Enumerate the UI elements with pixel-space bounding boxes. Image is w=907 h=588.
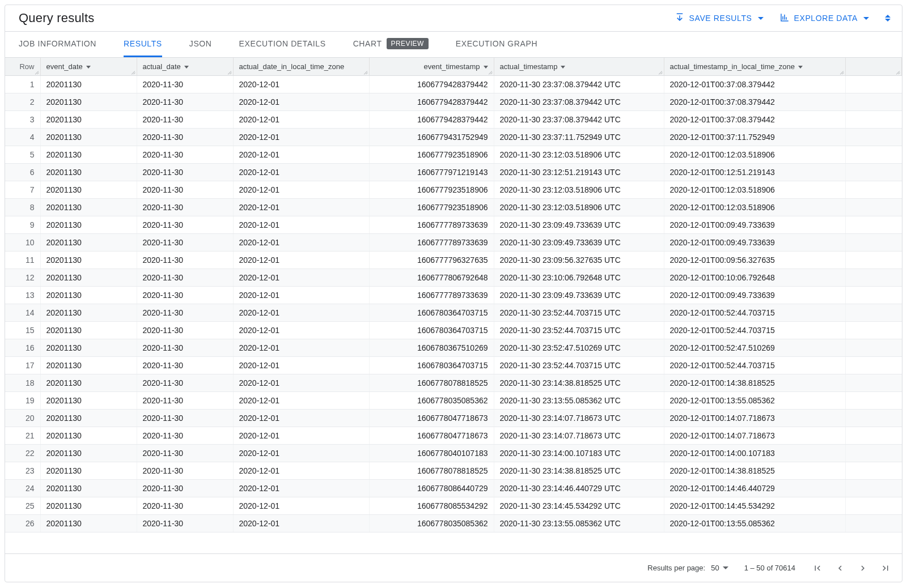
pagination-footer: Results per page: 50 1 – 50 of 70614 [5, 553, 902, 582]
cell-actual-timestamp-local: 2020-12-01T00:14:07.718673 [664, 410, 845, 427]
preview-badge: PREVIEW [387, 38, 429, 49]
cell-spacer [845, 93, 902, 111]
tab-execution-details[interactable]: EXECUTION DETAILS [239, 32, 326, 57]
col-header-event-date[interactable]: event_date [40, 58, 137, 76]
table-row[interactable]: 10202011302020-11-302020-12-011606777789… [5, 234, 902, 252]
last-page-button[interactable] [879, 562, 892, 574]
cell-row-number: 6 [5, 164, 40, 181]
table-row[interactable]: 21202011302020-11-302020-12-011606778047… [5, 427, 902, 445]
cell-event-date: 20201130 [40, 93, 137, 111]
cell-event-timestamp: 1606777789733639 [369, 216, 494, 234]
results-per-page-select[interactable]: 50 [711, 564, 728, 572]
tab-json[interactable]: JSON [189, 32, 212, 57]
cell-event-date: 20201130 [40, 357, 137, 374]
table-row[interactable]: 24202011302020-11-302020-12-011606778086… [5, 480, 902, 497]
resize-handle-icon[interactable] [362, 69, 368, 74]
cell-event-timestamp: 1606778047718673 [369, 410, 494, 427]
table-row[interactable]: 8202011302020-11-302020-12-0116067779235… [5, 199, 902, 216]
cell-event-timestamp: 1606777923518906 [369, 199, 494, 216]
first-page-button[interactable] [811, 562, 824, 574]
table-row[interactable]: 11202011302020-11-302020-12-011606777796… [5, 252, 902, 269]
col-header-row[interactable]: Row [5, 58, 40, 76]
col-header-spacer [845, 58, 902, 76]
tab-results[interactable]: RESULTS [124, 32, 162, 57]
caret-down-icon [184, 66, 189, 69]
resize-handle-icon[interactable] [838, 69, 844, 74]
panel-header: Query results SAVE RESULTS EXPLORE DATA [5, 5, 902, 32]
cell-actual-date: 2020-11-30 [137, 76, 233, 93]
resize-handle-icon[interactable] [130, 69, 135, 74]
col-header-actual-timestamp-local[interactable]: actual_timestamp_in_local_time_zone [664, 58, 845, 76]
table-row[interactable]: 5202011302020-11-302020-12-0116067779235… [5, 146, 902, 164]
cell-actual-date: 2020-11-30 [137, 480, 233, 497]
cell-row-number: 24 [5, 480, 40, 497]
table-row[interactable]: 1202011302020-11-302020-12-0116067794283… [5, 76, 902, 93]
prev-page-button[interactable] [834, 562, 846, 574]
cell-actual-date: 2020-11-30 [137, 410, 233, 427]
cell-actual-timestamp-local: 2020-12-01T00:09:49.733639 [664, 234, 845, 252]
cell-actual-date: 2020-11-30 [137, 146, 233, 164]
table-row[interactable]: 19202011302020-11-302020-12-011606778035… [5, 392, 902, 410]
col-label: event_date [46, 62, 83, 71]
cell-actual-timestamp-local: 2020-12-01T00:52:44.703715 [664, 357, 845, 374]
table-row[interactable]: 16202011302020-11-302020-12-011606780367… [5, 339, 902, 357]
cell-actual-date-local: 2020-12-01 [233, 164, 369, 181]
table-row[interactable]: 12202011302020-11-302020-12-011606777806… [5, 269, 902, 287]
table-row[interactable]: 26202011302020-11-302020-12-011606778035… [5, 515, 902, 532]
tab-execution-graph[interactable]: EXECUTION GRAPH [456, 32, 537, 57]
cell-event-date: 20201130 [40, 480, 137, 497]
cell-actual-timestamp-local: 2020-12-01T00:09:56.327635 [664, 252, 845, 269]
resize-handle-icon[interactable] [895, 69, 900, 74]
cell-actual-timestamp: 2020-11-30 23:52:44.703715 UTC [494, 357, 664, 374]
cell-event-timestamp: 1606779428379442 [369, 111, 494, 129]
resize-handle-icon[interactable] [33, 69, 39, 74]
table-row[interactable]: 3202011302020-11-302020-12-0116067794283… [5, 111, 902, 129]
table-row[interactable]: 18202011302020-11-302020-12-011606778078… [5, 374, 902, 392]
col-header-event-timestamp[interactable]: event_timestamp [369, 58, 494, 76]
col-label: event_timestamp [424, 62, 480, 71]
tab-job-information[interactable]: JOB INFORMATION [19, 32, 96, 57]
cell-actual-timestamp: 2020-11-30 23:37:08.379442 UTC [494, 76, 664, 93]
cell-actual-date-local: 2020-12-01 [233, 76, 369, 93]
cell-row-number: 16 [5, 339, 40, 357]
cell-actual-date: 2020-11-30 [137, 374, 233, 392]
table-row[interactable]: 25202011302020-11-302020-12-011606778085… [5, 497, 902, 515]
resize-handle-icon[interactable] [487, 69, 493, 74]
table-row[interactable]: 4202011302020-11-302020-12-0116067794317… [5, 129, 902, 146]
table-row[interactable]: 22202011302020-11-302020-12-011606778040… [5, 445, 902, 462]
cell-event-timestamp: 1606777923518906 [369, 146, 494, 164]
table-row[interactable]: 2202011302020-11-302020-12-0116067794283… [5, 93, 902, 111]
cell-spacer [845, 234, 902, 252]
pager [811, 562, 892, 574]
tab-chart[interactable]: CHART PREVIEW [353, 32, 429, 57]
cell-event-timestamp: 1606779428379442 [369, 76, 494, 93]
tab-label: CHART [353, 39, 382, 48]
expand-collapse-button[interactable] [885, 15, 891, 22]
table-row[interactable]: 9202011302020-11-302020-12-0116067777897… [5, 216, 902, 234]
cell-spacer [845, 304, 902, 322]
table-row[interactable]: 14202011302020-11-302020-12-011606780364… [5, 304, 902, 322]
cell-row-number: 9 [5, 216, 40, 234]
table-row[interactable]: 15202011302020-11-302020-12-011606780364… [5, 322, 902, 339]
resize-handle-icon[interactable] [657, 69, 663, 74]
cell-event-timestamp: 1606778035085362 [369, 392, 494, 410]
col-header-actual-date-local[interactable]: actual_date_in_local_time_zone [233, 58, 369, 76]
cell-spacer [845, 410, 902, 427]
explore-data-button[interactable]: EXPLORE DATA [779, 12, 870, 24]
cell-event-date: 20201130 [40, 445, 137, 462]
table-row[interactable]: 6202011302020-11-302020-12-0116067779712… [5, 164, 902, 181]
cell-row-number: 21 [5, 427, 40, 445]
table-row[interactable]: 13202011302020-11-302020-12-011606777789… [5, 287, 902, 304]
table-row[interactable]: 7202011302020-11-302020-12-0116067779235… [5, 181, 902, 199]
next-page-button[interactable] [857, 562, 869, 574]
table-row[interactable]: 20202011302020-11-302020-12-011606778047… [5, 410, 902, 427]
resize-handle-icon[interactable] [226, 69, 232, 74]
results-table-wrap: Row event_date actual_date actual_date_i… [5, 58, 902, 553]
table-row[interactable]: 23202011302020-11-302020-12-011606778078… [5, 462, 902, 480]
cell-actual-date-local: 2020-12-01 [233, 269, 369, 287]
col-header-actual-date[interactable]: actual_date [137, 58, 233, 76]
save-results-button[interactable]: SAVE RESULTS [675, 12, 764, 24]
cell-actual-timestamp-local: 2020-12-01T00:52:44.703715 [664, 304, 845, 322]
col-header-actual-timestamp[interactable]: actual_timestamp [494, 58, 664, 76]
table-row[interactable]: 17202011302020-11-302020-12-011606780364… [5, 357, 902, 374]
